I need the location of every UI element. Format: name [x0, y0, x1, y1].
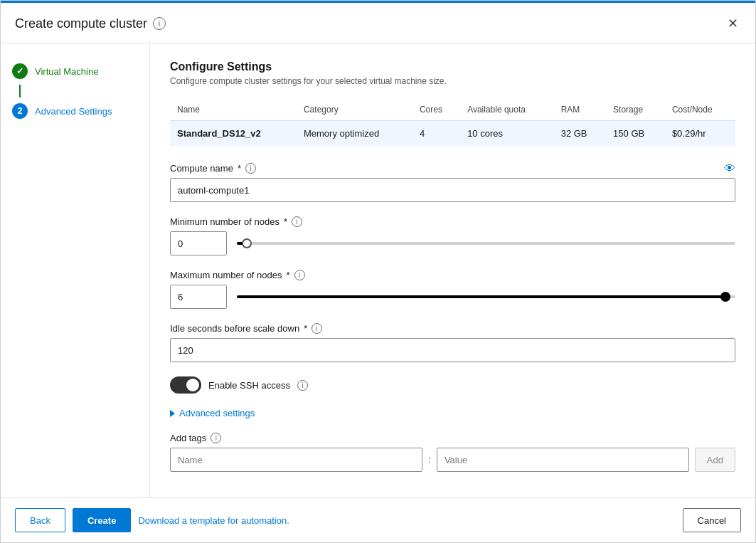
compute-name-info-icon[interactable]: i: [245, 163, 256, 174]
max-nodes-group: Maximum number of nodes * i: [170, 270, 735, 309]
max-nodes-label: Maximum number of nodes * i: [170, 270, 735, 280]
step-circle-2: 2: [12, 103, 28, 119]
min-nodes-slider-row: [170, 231, 735, 255]
max-nodes-slider-row: [170, 285, 735, 309]
compute-name-input[interactable]: [170, 178, 735, 202]
idle-seconds-input[interactable]: [170, 338, 735, 362]
col-cost: Cost/Node: [665, 99, 735, 121]
max-nodes-info-icon[interactable]: i: [294, 270, 305, 280]
advanced-settings-row[interactable]: Advanced settings: [170, 408, 735, 418]
max-nodes-slider-track[interactable]: [237, 295, 735, 298]
col-cores: Cores: [412, 99, 460, 121]
section-title: Configure Settings: [170, 60, 735, 73]
min-nodes-input[interactable]: [170, 231, 227, 255]
ssh-info-icon[interactable]: i: [297, 380, 308, 391]
tag-value-input[interactable]: [437, 448, 689, 472]
vm-table: Name Category Cores Available quota RAM …: [170, 99, 735, 146]
create-compute-dialog: Create compute cluster i ✕ ✓ Virtual Mac…: [0, 0, 756, 543]
cancel-button[interactable]: Cancel: [683, 508, 741, 532]
sidebar: ✓ Virtual Machine 2 Advanced Settings: [1, 43, 150, 497]
step-connector: [19, 85, 21, 97]
dialog-footer: Back Create Download a template for auto…: [1, 497, 755, 542]
idle-seconds-group: Idle seconds before scale down * i: [170, 323, 735, 362]
ssh-toggle-label: Enable SSH access: [208, 380, 290, 391]
max-nodes-slider-fill: [237, 295, 725, 298]
ssh-toggle[interactable]: [170, 376, 201, 394]
title-row: Create compute cluster i: [15, 16, 166, 31]
tag-name-input[interactable]: [170, 448, 422, 472]
ssh-toggle-row: Enable SSH access i: [170, 376, 735, 394]
chevron-right-icon: [170, 410, 175, 417]
back-button[interactable]: Back: [15, 508, 65, 532]
col-storage: Storage: [606, 99, 665, 121]
download-template-button[interactable]: Download a template for automation.: [138, 515, 289, 526]
cell-cores: 4: [412, 121, 460, 147]
sidebar-label-2: Advanced Settings: [35, 106, 112, 117]
cell-name: Standard_DS12_v2: [170, 121, 297, 147]
cell-cost: $0.29/hr: [665, 121, 735, 147]
step-circle-1: ✓: [12, 63, 28, 79]
col-name: Name: [170, 99, 297, 121]
idle-seconds-info-icon[interactable]: i: [312, 323, 322, 334]
idle-seconds-label: Idle seconds before scale down * i: [170, 323, 735, 334]
main-content: Configure Settings Configure compute clu…: [150, 43, 755, 497]
title-info-icon[interactable]: i: [153, 17, 166, 30]
add-tags-label: Add tags i: [170, 433, 735, 443]
close-button[interactable]: ✕: [725, 13, 741, 34]
tags-row: : Add: [170, 448, 735, 472]
compute-name-group: Compute name * i 👁: [170, 163, 735, 202]
max-nodes-slider-thumb[interactable]: [720, 292, 730, 302]
min-nodes-info-icon[interactable]: i: [292, 216, 302, 227]
cell-storage: 150 GB: [606, 121, 665, 147]
min-nodes-slider-track[interactable]: [237, 242, 735, 245]
compute-name-wrapper: [170, 178, 735, 202]
col-quota: Available quota: [460, 99, 554, 121]
min-nodes-label: Minimum number of nodes * i: [170, 216, 735, 227]
toggle-thumb: [186, 379, 199, 391]
section-subtitle: Configure compute cluster settings for y…: [170, 76, 735, 86]
sidebar-item-virtual-machine[interactable]: ✓ Virtual Machine: [1, 58, 149, 85]
create-button[interactable]: Create: [73, 508, 131, 532]
min-nodes-group: Minimum number of nodes * i: [170, 216, 735, 255]
dialog-header: Create compute cluster i ✕: [1, 3, 755, 43]
cell-ram: 32 GB: [554, 121, 606, 147]
col-ram: RAM: [554, 99, 606, 121]
add-tags-info-icon[interactable]: i: [211, 433, 221, 443]
table-row[interactable]: Standard_DS12_v2 Memory optimized 4 10 c…: [170, 121, 735, 147]
max-nodes-input[interactable]: [170, 285, 227, 309]
min-nodes-slider-thumb[interactable]: [242, 238, 252, 248]
sidebar-item-advanced-settings[interactable]: 2 Advanced Settings: [1, 97, 149, 125]
dialog-body: ✓ Virtual Machine 2 Advanced Settings Co…: [1, 43, 755, 497]
dialog-title: Create compute cluster: [15, 16, 147, 31]
cell-category: Memory optimized: [297, 121, 412, 147]
add-tags-group: Add tags i : Add: [170, 433, 735, 472]
col-category: Category: [297, 99, 412, 121]
add-tag-button[interactable]: Add: [695, 448, 735, 472]
sidebar-label-1: Virtual Machine: [35, 66, 98, 77]
cell-quota: 10 cores: [460, 121, 554, 147]
advanced-settings-label: Advanced settings: [179, 408, 255, 418]
tag-separator: :: [428, 454, 431, 465]
compute-name-label: Compute name * i 👁: [170, 163, 735, 174]
eye-icon[interactable]: 👁: [724, 162, 735, 175]
